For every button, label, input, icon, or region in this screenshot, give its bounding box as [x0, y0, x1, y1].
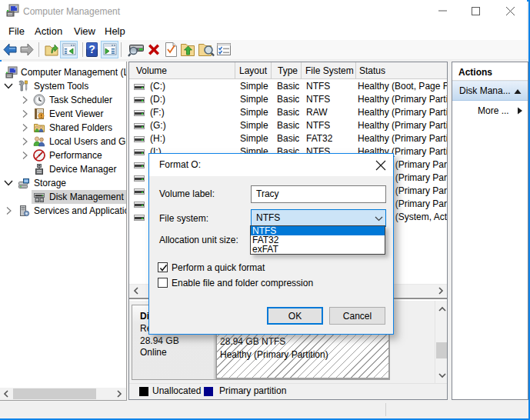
svg-text:?: ? [88, 43, 95, 55]
